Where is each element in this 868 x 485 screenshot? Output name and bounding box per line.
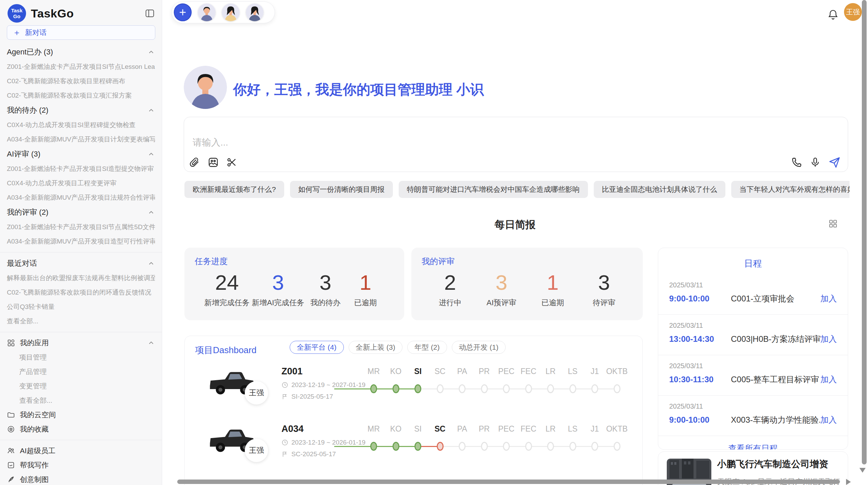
stat-item[interactable]: 2进行中 (431, 271, 469, 308)
sidebar-tool-item[interactable]: 帮我写作 (7, 458, 155, 472)
sidebar-task-item[interactable]: C02-飞腾新能源轻客改款项目立项汇报方案 (7, 88, 155, 103)
sidebar-task-item[interactable]: A034-全新新能源MUV产品开发项目造型可行性评审 (7, 234, 155, 249)
recent-chat-item[interactable]: 解释最新出台的欧盟报废车法规再生塑料比例被调至15%... (7, 271, 155, 285)
project-row[interactable]: 王强A0342023-12-19 ~ 2026-01-19SC-2025-05-… (185, 420, 642, 477)
app-link-item[interactable]: 项目管理 (7, 350, 155, 364)
sidebar-section-header[interactable]: 我的评审 (2) (7, 205, 155, 220)
scissors-icon[interactable] (226, 157, 237, 168)
milestone-dot[interactable] (614, 384, 620, 393)
chevron-up-icon[interactable] (147, 107, 155, 114)
user-avatar[interactable]: 王强 (844, 3, 862, 21)
sidebar-tool-item[interactable]: AI超级员工 (7, 444, 155, 458)
stat-item[interactable]: 3待评审 (585, 271, 623, 308)
suggestion-chip[interactable]: 比亚迪全固态电池计划具体说了什么 (594, 181, 725, 198)
sidebar-section-header[interactable]: AI评审 (3) (7, 147, 155, 162)
sidebar-task-item[interactable]: C0X4-动力总成开发项目工程变更评审 (7, 176, 155, 190)
sidebar-item-my-apps[interactable]: 我的应用 (7, 336, 155, 350)
dashboard-tab[interactable]: 年型 (2) (407, 341, 447, 354)
suggestion-chip[interactable]: 如何写一份清晰的项目周报 (290, 181, 393, 198)
stat-item[interactable]: 3新增AI完成任务 (252, 271, 304, 308)
milestone-dot[interactable] (591, 442, 598, 451)
sidebar-task-item[interactable]: Z001-全新燃油皮卡产品开发项目SI节点Lesson Learn报告 (7, 60, 155, 74)
join-meeting-link[interactable]: 加入 (820, 293, 837, 304)
dashboard-tab[interactable]: 全新平台 (4) (290, 341, 344, 354)
sidebar-section-header[interactable]: 最近对话 (7, 256, 155, 271)
chevron-up-icon[interactable] (147, 150, 155, 158)
chevron-up-icon[interactable] (147, 260, 155, 267)
milestone-dot[interactable] (459, 442, 466, 451)
suggestion-chip[interactable]: 欧洲新规最近颁布了什么? (184, 181, 284, 198)
sidebar-collapse-icon[interactable] (145, 8, 155, 18)
sidebar-item-cloud-folder[interactable]: 我的云空间 (7, 408, 155, 422)
view-all-schedule-link[interactable]: 查看所有日程 (658, 443, 848, 450)
milestone-dot[interactable] (370, 442, 377, 451)
sidebar-section-header[interactable]: Agent已办 (3) (7, 45, 155, 60)
join-meeting-link[interactable]: 加入 (820, 414, 837, 425)
phone-call-icon[interactable] (791, 157, 802, 168)
suggestion-chip[interactable]: 特朗普可能对进口汽车增税会对中国车企造成哪些影响 (399, 181, 588, 198)
attachment-icon[interactable] (189, 157, 200, 168)
milestone-dot[interactable] (569, 384, 576, 393)
horizontal-scrollbar[interactable] (177, 480, 840, 484)
join-meeting-link[interactable]: 加入 (820, 334, 837, 345)
sidebar-task-item[interactable]: Z001-全新燃油轻卡产品开发项目SI节点属性5D文件评审 (7, 220, 155, 234)
new-chat-button[interactable]: ＋ 新对话 (7, 25, 155, 40)
chevron-up-icon[interactable] (147, 209, 155, 216)
project-row[interactable]: 王强Z0012023-12-19 ~ 2027-01-19SI-2025-05-… (185, 362, 642, 420)
milestone-dot[interactable] (459, 384, 466, 393)
scroll-right-arrow-icon[interactable] (846, 479, 851, 485)
agent-avatar-1[interactable] (198, 3, 216, 21)
recent-chat-item[interactable]: 公司Q3轻卡销量 (7, 300, 155, 314)
sidebar-task-item[interactable]: Z001-全新燃油轻卡产品开发项目SI造型提交物评审 (7, 162, 155, 176)
dashboard-tab[interactable]: 动总开发 (1) (452, 341, 506, 354)
vertical-scrollbar[interactable] (862, 0, 867, 464)
view-all-apps-link[interactable]: 查看全部... (7, 393, 155, 408)
stat-item[interactable]: 3AI预评审 (483, 271, 520, 308)
stat-item[interactable]: 3我的待办 (306, 271, 344, 308)
milestone-dot[interactable] (569, 442, 576, 451)
sidebar-section-header[interactable]: 我的待办 (2) (7, 103, 155, 118)
milestone-dot[interactable] (437, 384, 444, 393)
milestone-dot[interactable] (414, 442, 421, 451)
image-icon[interactable] (208, 157, 219, 168)
milestone-dot[interactable] (503, 442, 510, 451)
briefing-grid-icon[interactable] (828, 219, 838, 229)
app-link-item[interactable]: 变更管理 (7, 379, 155, 393)
recent-chat-item[interactable]: C02-飞腾新能源轻客改款项目的闭环通告反馈情况 (7, 285, 155, 300)
milestone-dot[interactable] (437, 442, 444, 451)
scroll-down-arrow-icon[interactable] (859, 468, 866, 473)
agent-avatar-3[interactable] (246, 3, 264, 21)
milestone-dot[interactable] (503, 384, 510, 393)
view-all-recent-link[interactable]: 查看全部... (7, 314, 155, 328)
milestone-dot[interactable] (591, 384, 598, 393)
agent-avatar-2[interactable] (222, 3, 240, 21)
app-link-item[interactable]: 产品管理 (7, 364, 155, 379)
add-agent-button[interactable] (174, 3, 192, 21)
microphone-icon[interactable] (810, 157, 821, 168)
milestone-dot[interactable] (614, 442, 620, 451)
milestone-dot[interactable] (370, 384, 377, 393)
dashboard-tab[interactable]: 全新上装 (3) (349, 341, 403, 354)
chat-input[interactable] (184, 117, 848, 172)
milestone-dot[interactable] (547, 442, 554, 451)
sidebar-tool-item[interactable]: 创意制图 (7, 472, 155, 485)
milestone-dot[interactable] (547, 384, 554, 393)
sidebar-item-badge-star[interactable]: 我的收藏 (7, 422, 155, 436)
milestone-dot[interactable] (481, 442, 488, 451)
stat-item[interactable]: 1已逾期 (534, 271, 571, 308)
milestone-dot[interactable] (481, 384, 488, 393)
sidebar-task-item[interactable]: A034-全新新能源MUV产品开发项目计划变更表编写 (7, 132, 155, 147)
chevron-up-icon[interactable] (147, 48, 155, 56)
milestone-dot[interactable] (525, 442, 532, 451)
stat-item[interactable]: 1已逾期 (347, 271, 384, 308)
notification-bell-icon[interactable] (827, 9, 839, 21)
milestone-dot[interactable] (525, 384, 532, 393)
join-meeting-link[interactable]: 加入 (820, 374, 837, 385)
sidebar-task-item[interactable]: C02-飞腾新能源轻客改款项目里程碑画布 (7, 74, 155, 88)
milestone-dot[interactable] (393, 442, 399, 451)
stat-item[interactable]: 24新增完成任务 (204, 271, 250, 308)
send-icon[interactable] (828, 156, 841, 169)
milestone-dot[interactable] (414, 384, 421, 393)
milestone-dot[interactable] (393, 384, 399, 393)
sidebar-task-item[interactable]: C0X4-动力总成开发项目SI里程碑提交物检查 (7, 118, 155, 132)
